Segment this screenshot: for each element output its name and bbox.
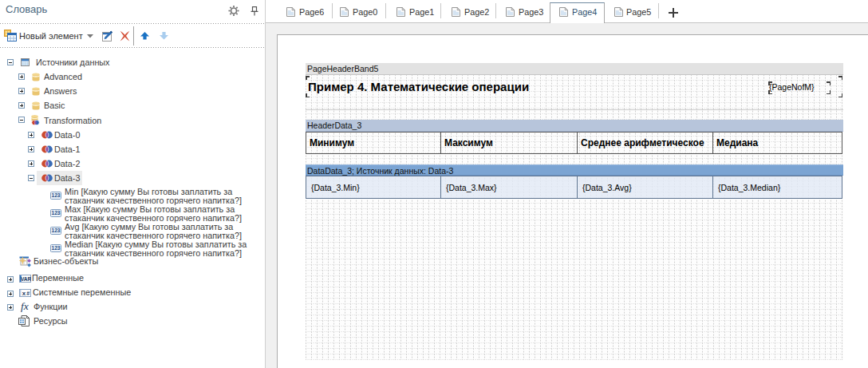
svg-text:#: # — [26, 291, 30, 296]
svg-text:x: x — [22, 290, 26, 297]
svg-text:123: 123 — [51, 192, 60, 198]
svg-text:123: 123 — [51, 210, 60, 216]
svg-text:123: 123 — [51, 245, 60, 251]
svg-text:VAR: VAR — [21, 276, 31, 282]
svg-text:123: 123 — [51, 228, 60, 233]
